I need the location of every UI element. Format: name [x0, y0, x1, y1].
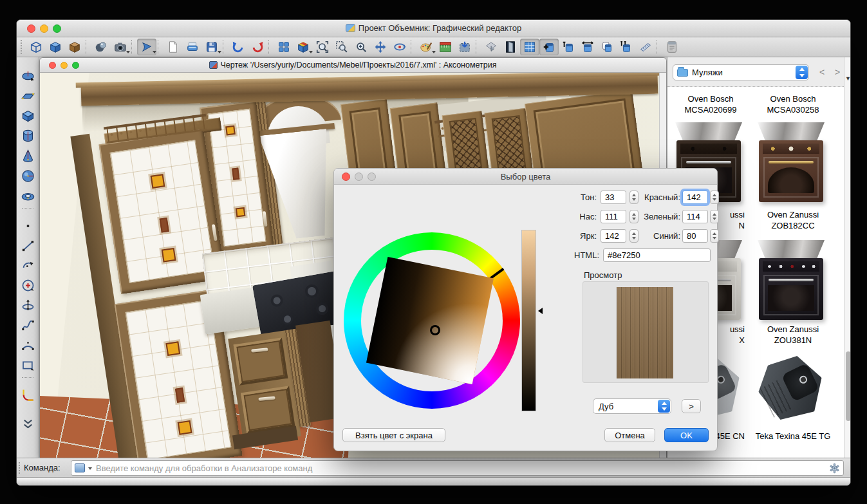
- html-input[interactable]: #8e7250: [603, 248, 711, 262]
- toolbar-button-redo[interactable]: [248, 39, 267, 55]
- catalog-folder-select[interactable]: Муляжи: [673, 64, 809, 80]
- hue-input[interactable]: 33: [601, 191, 626, 204]
- blue-input[interactable]: 80: [682, 229, 708, 243]
- tool-polyline[interactable]: [18, 315, 37, 335]
- toolbar-button-cabinet-measure[interactable]: [636, 39, 655, 55]
- tool-rectangle[interactable]: [18, 355, 37, 375]
- app-titlebar[interactable]: Проект Объемник: Графический редактор: [17, 20, 850, 37]
- catalog-item-label[interactable]: Teka Texina 45E TG: [745, 431, 841, 442]
- toolbar-button-add-cabinet[interactable]: [539, 39, 559, 55]
- product-image[interactable]: [752, 348, 831, 437]
- toolbar-button-copy-cabinet[interactable]: [597, 39, 617, 55]
- toolbar-button-zoom-in[interactable]: [351, 39, 371, 55]
- toolbar-button-walk-view[interactable]: [137, 39, 156, 55]
- toolbar-button-paint-material[interactable]: [416, 39, 436, 55]
- toolbar-button-save-document[interactable]: [202, 39, 221, 55]
- tool-prism[interactable]: [18, 86, 37, 106]
- toolbar-button-open-document[interactable]: [183, 39, 202, 55]
- toolbar-button-zoom-fit[interactable]: [313, 39, 332, 55]
- toolbar-separator: [21, 40, 25, 54]
- tool-fillet[interactable]: [18, 385, 37, 405]
- toolbar-button-camera[interactable]: [111, 39, 130, 55]
- tool-cylinder[interactable]: [18, 126, 37, 146]
- preview-label: Просмотр: [584, 270, 622, 280]
- more-tools-button[interactable]: [18, 414, 37, 434]
- toolbar-button-dimensions[interactable]: [436, 39, 455, 55]
- saturation-value-square[interactable]: [366, 257, 494, 384]
- panel-collapse-button[interactable]: ▼: [845, 75, 851, 82]
- hue-stepper[interactable]: [629, 191, 639, 204]
- tool-arc-rotate[interactable]: [18, 256, 37, 275]
- tool-arc[interactable]: [18, 335, 37, 355]
- catalog-item-label[interactable]: Oven BoschMCSA030258: [751, 93, 835, 115]
- command-history-icon[interactable]: [75, 463, 85, 472]
- catalog-item-label[interactable]: Oven ZanussiZOB182CC: [751, 209, 835, 231]
- toolbar-button-orbit[interactable]: [390, 39, 409, 55]
- blue-stepper[interactable]: [710, 229, 719, 243]
- toolbar-button-textured-cube[interactable]: [65, 39, 84, 55]
- document-titlebar[interactable]: Чертеж '/Users/yuriy/Documents/Mebel/Про…: [40, 58, 666, 73]
- toolbar-button-import-object[interactable]: [455, 39, 474, 55]
- material-more-button[interactable]: >: [682, 399, 701, 413]
- tool-point[interactable]: [18, 216, 37, 236]
- toolbar-button-cabinet-group[interactable]: [617, 39, 636, 55]
- textured-cube-icon: [68, 40, 82, 54]
- red-stepper[interactable]: [710, 191, 719, 204]
- material-select[interactable]: Дуб: [593, 398, 671, 414]
- product-image[interactable]: [752, 236, 831, 325]
- catalog-item-label[interactable]: Oven BoschMCSA020699: [669, 93, 752, 115]
- green-input[interactable]: 114: [682, 210, 708, 223]
- dialog-titlebar[interactable]: Выбор цвета: [334, 169, 717, 185]
- toolbar-button-grid-table[interactable]: [520, 39, 539, 55]
- drawing-icon: [209, 61, 218, 69]
- toolbar-button-render-material[interactable]: [91, 39, 111, 55]
- tool-circle-axis[interactable]: [18, 275, 37, 295]
- cancel-button[interactable]: Отмена: [604, 428, 655, 442]
- tool-line[interactable]: [18, 236, 37, 256]
- panel-scrollbar[interactable]: [844, 57, 851, 458]
- toolbar-button-cabinet-width[interactable]: [578, 39, 597, 55]
- toolbar-button-view-cube[interactable]: [294, 39, 313, 55]
- drag-grip-icon[interactable]: [19, 462, 21, 474]
- brightness-input[interactable]: 142: [601, 229, 626, 243]
- tool-ellipse-disc[interactable]: [18, 66, 37, 86]
- toolbar-button-new-document[interactable]: [163, 39, 183, 55]
- green-stepper[interactable]: [710, 210, 719, 223]
- tool-cone[interactable]: [18, 146, 37, 166]
- pick-screen-color-button[interactable]: Взять цвет с экрана: [342, 428, 445, 442]
- brightness-marker[interactable]: [538, 308, 543, 314]
- gear-icon[interactable]: [829, 463, 840, 474]
- catalog-back-button[interactable]: <: [817, 67, 827, 79]
- toolbar-button-solid-cube[interactable]: [46, 39, 65, 55]
- chevron-down-icon[interactable]: [88, 467, 92, 470]
- catalog-forward-button[interactable]: >: [832, 67, 843, 79]
- toolbar-button-tile-windows[interactable]: [274, 39, 294, 55]
- blue-label: Синий:: [642, 231, 680, 241]
- ok-button[interactable]: OK: [664, 428, 709, 442]
- red-input[interactable]: 142: [682, 191, 708, 204]
- toolbar-button-wireframe-cube[interactable]: [26, 39, 46, 55]
- toolbar-button-catalog-book[interactable]: [662, 39, 682, 55]
- redo-icon: [250, 40, 265, 54]
- toolbar-button-pan[interactable]: [371, 39, 390, 55]
- tool-torus[interactable]: [18, 186, 37, 206]
- saturation-stepper[interactable]: [629, 210, 639, 223]
- color-selector-circle[interactable]: [430, 325, 440, 335]
- command-input[interactable]: Введите команду для обработки в Анализат…: [71, 460, 844, 476]
- tool-box[interactable]: [18, 106, 37, 126]
- torus-icon: [21, 189, 35, 203]
- toolbar-button-undo[interactable]: [228, 39, 248, 55]
- toolbar-button-section-plane[interactable]: [481, 39, 501, 55]
- toolbar-button-cabinet-properties[interactable]: [559, 39, 578, 55]
- toolbar-button-door-opening[interactable]: [501, 39, 520, 55]
- status-bar: [17, 477, 850, 486]
- box-icon: [21, 109, 35, 124]
- scrollbar-thumb[interactable]: [846, 351, 851, 421]
- product-image[interactable]: [752, 118, 831, 207]
- tool-sphere[interactable]: [18, 166, 37, 186]
- saturation-input[interactable]: 111: [601, 210, 626, 223]
- brightness-stepper[interactable]: [629, 229, 639, 243]
- tool-ellipse-axis[interactable]: [18, 295, 37, 315]
- toolbar-button-zoom-window[interactable]: [332, 39, 351, 55]
- catalog-item-label[interactable]: Oven ZanussiZOU381N: [751, 324, 835, 346]
